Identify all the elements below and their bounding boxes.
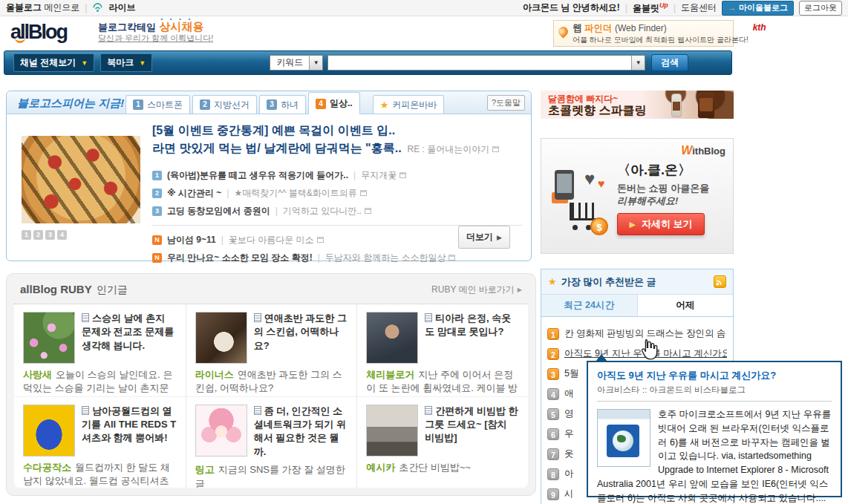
post-excerpt: 지금의 SNS를 가장 잘 설명한 글 http://cogitos.egloo… [195, 464, 345, 488]
post-author[interactable]: 라이너스 [195, 369, 234, 380]
external-link-icon [365, 208, 371, 214]
my-allblog-button[interactable]: →마이올블로그 [722, 1, 794, 16]
live-link[interactable]: 라이브 [108, 1, 135, 14]
post-card: 스승의 날에 촌지 문제와 전교조 문제를 생각해 봅니다. 사랑새오늘이 스승… [14, 304, 186, 396]
post-title[interactable]: 스승의 날에 촌지 문제와 전교조 문제를 생각해 봅니다. [82, 312, 177, 364]
ruby-card-grid: 스승의 날에 촌지 문제와 전교조 문제를 생각해 봅니다. 사랑새오늘이 스승… [14, 304, 528, 488]
tooltip-pointer [596, 354, 607, 361]
recommended-item[interactable]: 1칸 영화제 판빙빙의 드래스는 장인의 솜 [547, 324, 727, 344]
separator: | [85, 3, 87, 13]
rank-badge: 3 [547, 368, 559, 380]
ad-line-2: 리뷰해주세요! [617, 194, 678, 208]
caret-right-icon: ▶ [629, 220, 635, 229]
more-button[interactable]: 더보기▶ [458, 226, 510, 249]
topbar-right: 아크몬드 님 안녕하세요! | 올블릿Up | 도움센터 →마이올블로그 로그아… [523, 1, 842, 16]
list-item: 3 고딩 동창모임에서 종원이| 기억하고 있다니깐.. [152, 202, 522, 220]
phone-icon [555, 170, 574, 200]
ruby-popular-section: allBlog RUBY인기글 RUBY 메인 바로가기▶ 스승의 날에 촌지 … [6, 273, 536, 496]
webfinder-ad-banner[interactable]: 웹 파인더 (Web Finder) 어플 하나로 모바일에 최적화된 웹사이트… [553, 20, 734, 47]
caret-right-icon: ▶ [518, 287, 522, 293]
tab-topic-1[interactable]: 1스마트폰 [125, 95, 190, 114]
search-button[interactable]: 검색 [651, 54, 688, 71]
milk-carton-image [597, 409, 650, 467]
ruby-title: allBlog RUBY인기글 [20, 283, 128, 297]
page-dot-2[interactable]: 2 [33, 230, 43, 240]
allblog-logo[interactable]: allBlog [10, 21, 67, 44]
headline-2-source[interactable]: RE : 풀어내는이야기 [408, 143, 500, 156]
post-thumbnail[interactable] [366, 312, 418, 364]
post-title[interactable]: 티아라 은정, 속옷도 맘대로 못입나? [425, 312, 519, 364]
post-title[interactable]: 연애초반 과도한 그의 스킨쉽, 어떡하나요? [254, 312, 348, 364]
page-dot-1[interactable]: 1 [22, 230, 31, 240]
tab-coffee-onbaba[interactable]: ★커피온바바 [373, 95, 445, 114]
post-card: 간편하게 비빔밥 한그릇 드세요~ [참치 비빔밥] 예시카초간단 비빔밥~~ [356, 396, 528, 488]
tooltip-divider [597, 401, 832, 402]
tab-topic-3[interactable]: 3하녀 [259, 95, 306, 114]
separator: | [673, 3, 676, 13]
photo-pagination: 1 2 3 4 [22, 230, 67, 240]
logout-button[interactable]: 로그아웃 [799, 1, 842, 16]
post-thumbnail[interactable] [195, 312, 247, 364]
post-title[interactable]: 간편하게 비빔밥 한그릇 드세요~ [참치 비빔밥] [425, 405, 519, 456]
post-author[interactable]: 체리블로거 [366, 369, 414, 380]
search-input[interactable] [328, 56, 631, 69]
recommended-header: ★ 가장 많이 추천받은 글 [541, 269, 733, 295]
page-dot-4[interactable]: 4 [57, 230, 67, 240]
post-author[interactable]: 사랑새 [23, 369, 52, 380]
headline-2[interactable]: 라면 맛있게 먹는 법/ 날계란에 담궈먹는 "홍록.. [152, 140, 402, 157]
list-item-new: N 우리 만나요~ 소소한 모임 장소 확정!| 두남자와 함께하는 소소한일상 [152, 249, 522, 266]
post-author[interactable]: 예시카 [366, 462, 395, 473]
rank-badge: 1 [152, 171, 162, 180]
ad-detail-button[interactable]: ▶자세히 보기 [617, 213, 705, 235]
rank-badge: 9 [547, 488, 559, 500]
shopping-cart-icon [570, 203, 598, 220]
recommended-tabs: 최근 24시간 어제 [541, 295, 733, 317]
post-thumbnail[interactable] [23, 312, 75, 364]
rank-badge: 2 [152, 189, 162, 198]
ad-line-1: 돈버는 쇼핑 아클온을 [617, 182, 709, 195]
tab-topic-2[interactable]: 2지방선거 [192, 95, 257, 114]
keyword-select[interactable]: 키워드 ▼ [270, 55, 323, 71]
post-author[interactable]: 링고 [195, 464, 215, 475]
post-title[interactable]: 좀 더, 인간적인 소셜네트워크가 되기 위해서 필요한 것은 뭘까. [254, 405, 348, 459]
bottle-image [698, 92, 714, 118]
chocolate-ad-banner[interactable]: 달콤함에 빠지다~ 초콜렛향 스파클링 [541, 91, 734, 119]
ruby-main-link[interactable]: RUBY 메인 바로가기▶ [431, 284, 522, 296]
rank-badge: 7 [547, 448, 559, 460]
post-thumbnail[interactable] [23, 405, 75, 456]
withblog-ad[interactable]: WithBlog ♥ ♥ $ 〈아.클.온〉 돈버는 쇼핑 아클온을 리뷰해주세… [541, 138, 734, 254]
post-thumbnail[interactable] [366, 405, 418, 456]
tab-topic-4-active[interactable]: 4일상.. [308, 92, 360, 114]
featured-photo-pizza[interactable] [22, 136, 140, 223]
bookmark-button[interactable]: 북마크▼ [100, 53, 152, 72]
help-center-link[interactable]: 도움센터 [681, 1, 717, 14]
page-dot-3[interactable]: 3 [45, 230, 55, 240]
recruit-banner[interactable]: 블로그칵테일 상시채용 당신과 우리가 함께 이뤄냅니다! [98, 21, 213, 44]
caret-right-icon: ▶ [497, 234, 502, 241]
headline-1[interactable]: [5월 이벤트 중간통계] 예쁜 목걸이 이벤트 입.. [152, 122, 522, 140]
list-item: 2 ※ 시간관리 ~| ★매력찾기^^ 블랙&화이트의류 [152, 184, 522, 202]
shopping-illustration: ♥ ♥ $ [552, 168, 614, 240]
channel-search-bar: 채널 전체보기▼ 북마크▼ 키워드 ▼ ▼ 검색 [4, 50, 732, 75]
post-card: 연애초반 과도한 그의 스킨쉽, 어떡하나요? 라이너스연애초반 과도한 그의 … [186, 304, 357, 396]
post-excerpt: 초간단 비빔밥~~ [399, 462, 471, 473]
tab-yesterday-active[interactable]: 어제 [638, 295, 734, 316]
rank-badge: 6 [547, 428, 559, 440]
post-author[interactable]: 수다공작소 [23, 462, 71, 473]
help-button[interactable]: ?도움말 [487, 95, 525, 111]
rank-badge: 2 [547, 348, 559, 360]
external-link-icon [360, 190, 367, 196]
post-title[interactable]: 남아공월드컵의 열기를 All THE REDS T셔츠와 함께 뿜어봐! [82, 405, 177, 456]
rss-icon[interactable] [714, 275, 726, 288]
allblit-link[interactable]: 올블릿Up [633, 1, 668, 15]
select-dropdown-icon: ▼ [309, 56, 322, 70]
post-thumbnail[interactable] [195, 405, 247, 456]
home-link[interactable]: 올블로그 메인으로 [6, 1, 79, 14]
list-item: 1 (육아법)분유를 떼고 생우유 적응기에 들어가..| 무지개꽃 [152, 166, 522, 184]
search-history-dropdown-icon[interactable]: ▼ [631, 56, 645, 70]
channel-all-button[interactable]: 채널 전체보기▼ [13, 53, 94, 72]
document-icon [425, 406, 432, 415]
document-icon [82, 313, 89, 322]
tab-recent-24h[interactable]: 최근 24시간 [541, 295, 638, 317]
map-pin-icon [556, 24, 570, 38]
